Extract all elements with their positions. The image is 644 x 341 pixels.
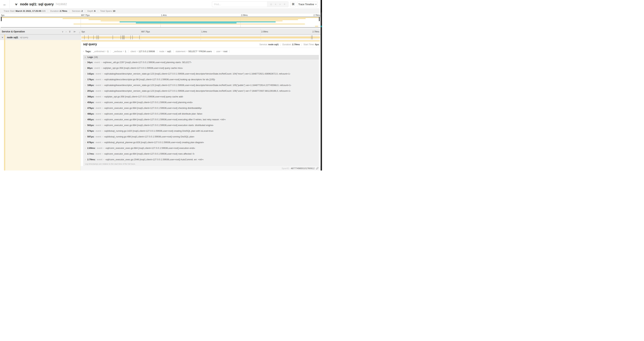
span-sidebar-column [0, 40, 81, 171]
window-edge-strip [320, 0, 322, 171]
log-entry[interactable]: › 597μs: event = ‹sql/distsql_running.go… [83, 134, 319, 140]
collapse-one-icon[interactable]: ∨ [62, 30, 64, 33]
log-entry[interactable]: › 189μs: event = ‹sql/catalog/lease/desc… [83, 82, 319, 88]
span-duration-bar[interactable] [81, 36, 320, 38]
tags-section[interactable]: › Tags: _unfinished=1_verbose=1client=12… [83, 49, 319, 53]
log-entry[interactable]: › 2.79ms: event = ‹sql/conn_executor_exe… [83, 157, 319, 162]
expand-log-icon[interactable]: › [85, 61, 86, 64]
meta-duration: Duration2.79ms [48, 10, 70, 12]
expand-log-icon[interactable]: › [85, 96, 86, 98]
log-entry[interactable]: › 476μs: event = ‹sql/conn_executor_exec… [83, 105, 319, 111]
log-entry[interactable]: › 34μs: event = ‹sql/exec_util.go:2297 [… [83, 60, 319, 65]
meta-services: Services2 [70, 10, 85, 12]
trace-title-group[interactable]: ∨ node sql1: sql query 7418682 [15, 0, 67, 9]
minimap-span-bar [315, 26, 318, 27]
clear-find-icon[interactable]: ✕ [284, 3, 286, 6]
next-match-icon[interactable]: ∨ [279, 3, 281, 6]
expand-log-icon[interactable]: › [85, 118, 86, 121]
tags-label: Tags: [85, 50, 91, 53]
equals-sign: = [102, 136, 103, 138]
log-timestamp: 2.7ms: [87, 152, 94, 155]
log-field-value: ‹sql/conn_executor_exec.go:684 [nsql1,cl… [104, 124, 214, 127]
span-row-timeline-cell[interactable] [81, 35, 320, 40]
log-field-value: ‹sql/catalog/descs/descriptor.go:98 [nsq… [104, 78, 215, 81]
tag-separator [128, 50, 128, 53]
expand-log-icon[interactable]: › [85, 147, 86, 149]
expand-log-icon[interactable]: › [85, 78, 86, 81]
keyboard-shortcuts-button[interactable]: ⌘ [290, 2, 296, 7]
equals-sign: = [102, 124, 103, 126]
expand-log-icon[interactable]: › [85, 101, 86, 104]
log-entry[interactable]: › 80μs: event = ‹sql/plan_opt.go:358 [ns… [83, 65, 319, 71]
minimap-left-scrubber-handle[interactable] [1, 17, 2, 21]
expand-log-icon[interactable]: › [85, 90, 86, 92]
log-entry[interactable]: › 142μs: event = ‹sql/catalog/lease/desc… [83, 71, 319, 77]
span-row-name-cell[interactable]: ∨ node sql1 sql query [0, 35, 81, 40]
expand-log-icon[interactable]: › [85, 67, 86, 69]
expand-one-icon[interactable]: › [66, 30, 66, 33]
logs-header[interactable]: ∨ Logs (18) [83, 55, 319, 60]
log-entry[interactable]: › 495μs: event = ‹sql/conn_executor_exec… [83, 117, 319, 122]
equals-sign: = [102, 119, 103, 121]
log-tick-marker [94, 35, 94, 39]
log-timestamp: 176μs: [87, 78, 94, 81]
expand-log-icon[interactable]: › [85, 84, 86, 87]
expand-tags-icon[interactable]: › [83, 50, 84, 53]
minimap-right-scrubber-handle[interactable] [319, 17, 320, 21]
expand-log-icon[interactable]: › [85, 141, 86, 144]
chevron-down-icon: ∨ [315, 3, 317, 5]
link-icon[interactable] [316, 167, 318, 170]
equals-sign: = [102, 96, 103, 98]
focus-match-icon[interactable]: ◎ [270, 3, 272, 6]
expand-log-icon[interactable]: › [85, 130, 86, 132]
back-button[interactable]: ← [0, 0, 10, 9]
log-entry[interactable]: › 366μs: event = ‹sql/plan_opt.go:358 [n… [83, 94, 319, 100]
detail-span-bar[interactable] [81, 40, 320, 42]
log-field-key: event [96, 90, 101, 92]
equals-sign: = [186, 50, 187, 52]
log-entry[interactable]: › 502μs: event = ‹sql/conn_executor_exec… [83, 122, 319, 128]
expand-all-icon[interactable]: ≫ [73, 30, 76, 33]
expand-log-icon[interactable]: › [85, 107, 86, 109]
equals-sign: = [102, 130, 103, 132]
log-timestamp: 486μs: [87, 112, 94, 115]
log-entry[interactable]: › 201μs: event = ‹sql/catalog/lease/desc… [83, 88, 319, 94]
prev-match-icon[interactable]: ∧ [275, 3, 276, 6]
collapse-all-icon[interactable]: ≫ [68, 30, 71, 33]
log-entry[interactable]: › 2.69ms: event = ‹sql/conn_executor_exe… [83, 145, 319, 151]
collapse-span-icon[interactable]: ∨ [2, 36, 3, 39]
expand-log-icon[interactable]: › [85, 136, 86, 138]
log-field-key: event [94, 67, 100, 69]
expand-log-icon[interactable]: › [85, 113, 86, 115]
collapse-trace-icon[interactable]: ∨ [15, 3, 18, 6]
expand-log-icon[interactable]: › [85, 153, 86, 155]
log-entry[interactable]: › 459μs: event = ‹sql/conn_executor_exec… [83, 100, 319, 105]
log-entry[interactable]: › 678μs: event = ‹sql/distsql_physical_p… [83, 140, 319, 145]
expand-log-icon[interactable]: › [85, 124, 86, 127]
log-timestamp: 80μs: [87, 67, 93, 69]
equals-sign: = [102, 101, 103, 103]
log-timestamp: 142μs: [87, 72, 94, 75]
log-tick-marker [130, 35, 131, 39]
log-entry[interactable]: › 176μs: event = ‹sql/catalog/descs/desc… [83, 77, 319, 82]
expand-log-icon[interactable]: › [85, 73, 86, 75]
find-input[interactable] [212, 2, 267, 7]
trace-view-selector[interactable]: Trace Timeline ∨ [298, 2, 318, 7]
log-tick-marker [312, 35, 312, 39]
log-entry[interactable]: › 2.7ms: event = ‹sql/conn_executor_exec… [83, 151, 319, 157]
expand-log-icon[interactable]: › [85, 158, 86, 161]
log-timestamp: 201μs: [87, 90, 94, 92]
equals-sign: = [101, 61, 102, 63]
timeline-ruler: 0μs 697.75μs 1.4ms 2.09ms 2.79ms [81, 29, 320, 34]
log-entry[interactable]: › 574μs: event = ‹sql/distsql_running.go… [83, 128, 319, 134]
expanded-row-accent [4, 40, 80, 171]
trace-minimap[interactable] [1, 17, 320, 28]
ruler-tick-label: 0μs [82, 31, 85, 33]
log-field-key: event [96, 84, 101, 87]
log-timestamp: 459μs: [87, 101, 94, 104]
collapse-logs-icon[interactable]: ∨ [84, 56, 86, 58]
tag-item: statement=SELECT * FROM users [176, 50, 216, 53]
minimap-tick-label: 1.4ms [161, 14, 167, 17]
log-entry[interactable]: › 486μs: event = ‹sql/conn_executor_exec… [83, 111, 319, 117]
column-resize-grip[interactable]: ∥ [79, 31, 80, 34]
